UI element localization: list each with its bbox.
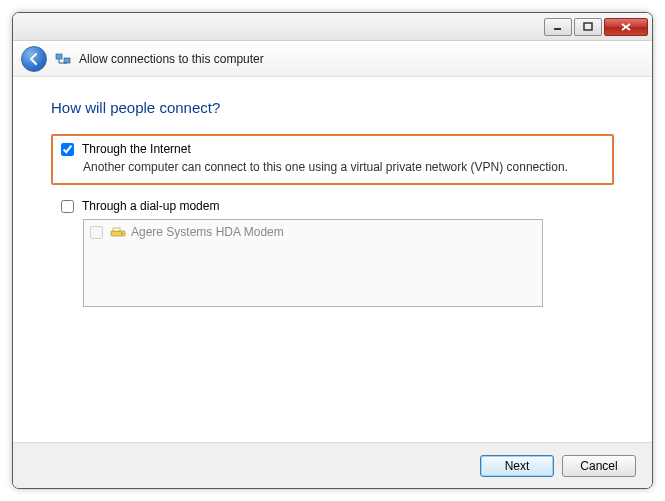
svg-rect-5: [64, 58, 70, 63]
next-button[interactable]: Next: [480, 455, 554, 477]
wizard-window: Allow connections to this computer How w…: [12, 12, 653, 489]
network-wizard-icon: [55, 51, 71, 67]
dialup-checkbox[interactable]: [61, 200, 74, 213]
minimize-icon: [553, 22, 563, 32]
content-area: How will people connect? Through the Int…: [13, 77, 652, 442]
svg-rect-9: [113, 228, 120, 231]
svg-rect-1: [584, 23, 592, 30]
next-button-label: Next: [505, 459, 530, 473]
maximize-icon: [583, 22, 593, 32]
modem-icon: [110, 224, 126, 240]
modem-item[interactable]: Agere Systems HDA Modem: [90, 224, 536, 240]
page-heading: How will people connect?: [51, 99, 614, 116]
close-icon: [620, 22, 632, 32]
modem-listbox[interactable]: Agere Systems HDA Modem: [83, 219, 543, 307]
back-arrow-icon: [27, 52, 41, 66]
cancel-button[interactable]: Cancel: [562, 455, 636, 477]
internet-description: Another computer can connect to this one…: [83, 159, 593, 175]
back-button[interactable]: [21, 46, 47, 72]
modem-checkbox[interactable]: [90, 226, 103, 239]
titlebar: [13, 13, 652, 41]
close-button[interactable]: [604, 18, 648, 36]
dialup-label: Through a dial-up modem: [82, 199, 219, 213]
header-title: Allow connections to this computer: [79, 52, 264, 66]
svg-rect-4: [56, 54, 62, 59]
svg-point-10: [121, 233, 123, 235]
option-dialup: Through a dial-up modem Agere Systems H: [51, 191, 614, 317]
minimize-button[interactable]: [544, 18, 572, 36]
option-internet: Through the Internet Another computer ca…: [51, 134, 614, 185]
maximize-button[interactable]: [574, 18, 602, 36]
internet-checkbox[interactable]: [61, 143, 74, 156]
modem-name: Agere Systems HDA Modem: [131, 225, 284, 239]
cancel-button-label: Cancel: [580, 459, 617, 473]
header-bar: Allow connections to this computer: [13, 41, 652, 77]
internet-label: Through the Internet: [82, 142, 191, 156]
footer-bar: Next Cancel: [13, 442, 652, 488]
